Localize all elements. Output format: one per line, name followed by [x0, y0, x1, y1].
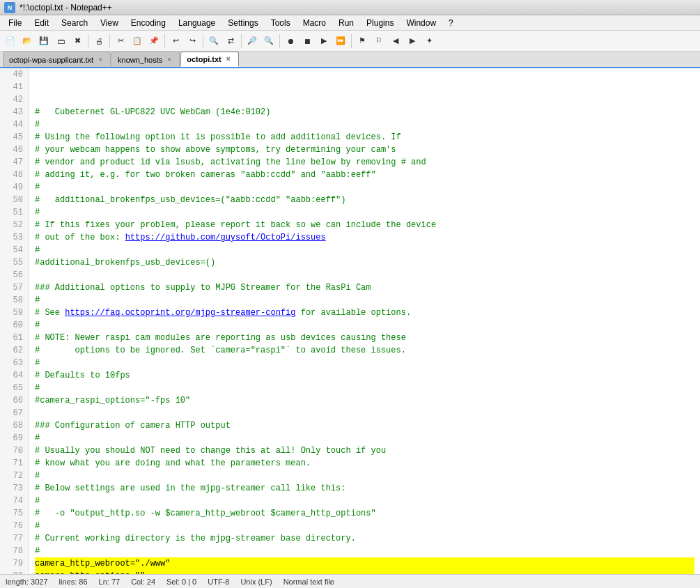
find-button[interactable]: 🔍 [206, 33, 221, 49]
macro-play-button[interactable]: ▶ [316, 33, 332, 49]
zoom-in-button[interactable]: 🔎 [244, 33, 260, 49]
code-content[interactable]: # Cubeternet GL-UPC822 UVC WebCam (1e4e:… [29, 68, 700, 574]
zoom-out-button[interactable]: 🔍 [261, 33, 277, 49]
menu-item-window[interactable]: Window [400, 17, 442, 29]
line-number-68: 68 [3, 419, 23, 432]
code-line-69: # [35, 470, 694, 482]
tab-octopi-txt[interactable]: octopi.txt× [180, 52, 239, 67]
undo-button[interactable]: ↩ [168, 33, 183, 49]
code-line-77: camera_http_options="" [35, 570, 694, 574]
menu-item-view[interactable]: View [95, 17, 124, 29]
line-number-44: 44 [3, 118, 23, 131]
new-button[interactable]: 📄 [3, 33, 18, 49]
editor-area: 4041424344454647484950515253545556575859… [0, 68, 700, 574]
redo-button[interactable]: ↪ [185, 33, 200, 49]
macro-stop-button[interactable]: ⏹ [300, 33, 315, 49]
menu-item-edit[interactable]: Edit [29, 17, 54, 29]
menu-item-language[interactable]: Language [173, 17, 221, 29]
menu-item-file[interactable]: File [3, 17, 27, 29]
line-number-75: 75 [3, 507, 23, 520]
code-line-46: # [35, 181, 694, 194]
menu-item-run[interactable]: Run [333, 17, 359, 29]
separator-5 [241, 34, 242, 48]
window-title: *!:\octopi.txt - Notepad++ [20, 3, 112, 13]
menu-item-settings[interactable]: Settings [222, 17, 263, 29]
separator-7 [351, 34, 352, 48]
toolbar-extra-1[interactable]: ⚑ [355, 33, 370, 49]
line-number-46: 46 [3, 144, 23, 156]
tab-close-known-hosts[interactable]: × [165, 56, 173, 64]
line-number-50: 50 [3, 194, 23, 206]
open-button[interactable]: 📂 [20, 33, 35, 49]
status-lines: lines: 86 [59, 578, 88, 586]
tab-bar: octopi-wpa-supplicant.txt×known_hosts×oc… [0, 52, 700, 68]
code-line-41: # [35, 118, 694, 131]
tab-octopi-wpa-supplicant-txt[interactable]: octopi-wpa-supplicant.txt× [3, 52, 111, 67]
toolbar-extra-3[interactable]: ◀ [388, 33, 403, 49]
menu-item-tools[interactable]: Tools [265, 17, 296, 29]
line-number-43: 43 [3, 106, 23, 118]
close-button[interactable]: ✖ [70, 33, 85, 49]
app-icon: N [4, 2, 15, 13]
code-line-64 [35, 407, 694, 419]
menu-item-macro[interactable]: Macro [297, 17, 332, 29]
line-number-64: 64 [3, 369, 23, 382]
toolbar: 📄 📂 💾 🗃 ✖ 🖨 ✂ 📋 📌 ↩ ↪ 🔍 ⇄ 🔎 🔍 ⏺ ⏹ ▶ ⏩ ⚑ … [0, 31, 700, 52]
code-line-54: ### Additional options to supply to MJPG… [35, 281, 694, 294]
code-line-58: # NOTE: Newer raspi cam modules are repo… [35, 332, 694, 344]
menu-item-plugins[interactable]: Plugins [361, 17, 399, 29]
status-sel: Sel: 0 | 0 [166, 578, 196, 586]
status-bar: length: 3027 lines: 86 Ln: 77 Col: 24 Se… [0, 574, 700, 588]
tab-close-octopi-txt[interactable]: × [224, 55, 233, 63]
code-line-45: # adding it, e.g. for two broken cameras… [35, 169, 694, 181]
line-number-55: 55 [3, 256, 23, 269]
status-encoding: UTF-8 [208, 578, 229, 586]
replace-button[interactable]: ⇄ [223, 33, 238, 49]
toolbar-extra-4[interactable]: ▶ [405, 33, 420, 49]
code-line-56: # See https://faq.octoprint.org/mjpg-str… [35, 307, 694, 319]
line-number-53: 53 [3, 231, 23, 244]
code-line-57: # [35, 319, 694, 332]
line-number-51: 51 [3, 206, 23, 219]
paste-button[interactable]: 📌 [146, 33, 162, 49]
menu-item-encoding[interactable]: Encoding [125, 17, 171, 29]
title-bar: N *!:\octopi.txt - Notepad++ [0, 0, 700, 15]
line-number-42: 42 [3, 93, 23, 106]
print-button[interactable]: 🖨 [91, 33, 107, 49]
toolbar-extra-5[interactable]: ✦ [421, 33, 437, 49]
line-number-45: 45 [3, 131, 23, 144]
save-all-button[interactable]: 🗃 [53, 33, 68, 49]
copy-button[interactable]: 📋 [130, 33, 145, 49]
toolbar-extra-2[interactable]: ⚐ [371, 33, 387, 49]
code-line-65: ### Configuration of camera HTTP output [35, 419, 694, 432]
line-number-77: 77 [3, 532, 23, 545]
status-col: Col: 24 [131, 578, 155, 586]
macro-record-button[interactable]: ⏺ [283, 33, 298, 49]
line-number-67: 67 [3, 407, 23, 419]
code-line-50: # out of the box: https://github.com/guy… [35, 231, 694, 244]
code-line-68: # know what you are doing and what the p… [35, 457, 694, 470]
line-number-63: 63 [3, 357, 23, 369]
macro-run-button[interactable]: ⏩ [333, 33, 348, 49]
code-line-74: # Current working directory is the mjpg-… [35, 532, 694, 545]
code-line-40: # Cubeternet GL-UPC822 UVC WebCam (1e4e:… [35, 106, 694, 118]
code-line-47: # additional_brokenfps_usb_devices=("aab… [35, 194, 694, 206]
code-line-60: # [35, 357, 694, 369]
code-line-63: #camera_raspi_options="-fps 10" [35, 394, 694, 407]
line-number-48: 48 [3, 169, 23, 181]
line-number-74: 74 [3, 495, 23, 507]
menu-item-?[interactable]: ? [443, 17, 459, 29]
save-button[interactable]: 💾 [36, 33, 52, 49]
cut-button[interactable]: ✂ [113, 33, 128, 49]
tab-known-hosts[interactable]: known_hosts× [111, 52, 180, 67]
tab-close-octopi-wpa-supplicant-txt[interactable]: × [96, 56, 104, 64]
separator-4 [203, 34, 203, 48]
code-line-48: # [35, 206, 694, 219]
line-number-79: 79 [3, 557, 23, 570]
code-line-76: camera_http_webroot="./www" [35, 557, 694, 570]
menu-item-search[interactable]: Search [56, 17, 93, 29]
line-number-71: 71 [3, 457, 23, 470]
line-number-57: 57 [3, 281, 23, 294]
line-number-58: 58 [3, 294, 23, 307]
line-number-62: 62 [3, 344, 23, 357]
